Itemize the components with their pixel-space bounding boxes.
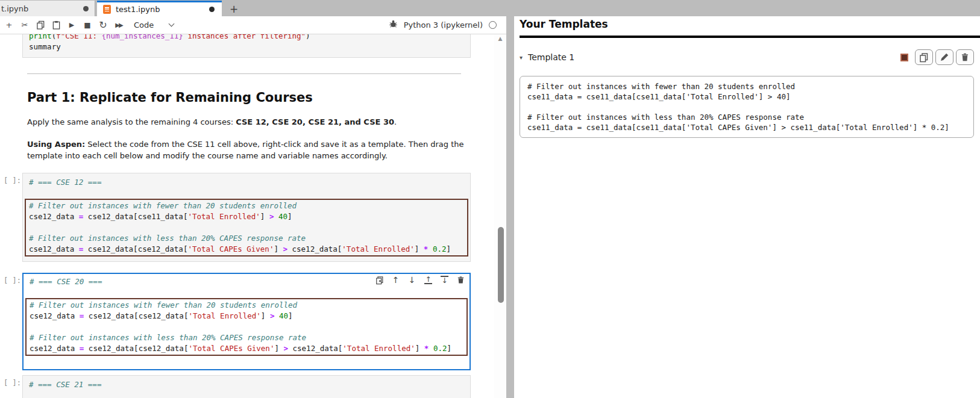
unsaved-dot-icon <box>83 6 89 11</box>
kernel-indicator: Python 3 (ipykernel) <box>389 19 497 31</box>
templates-panel: Your Templates ▾ Template 1 # Filter out… <box>514 16 980 398</box>
unsaved-dot-icon <box>209 7 215 12</box>
input-prompt: [ ]: <box>4 379 21 387</box>
move-cell-down-button[interactable]: ↓ <box>407 275 417 285</box>
kernel-name[interactable]: Python 3 (ipykernel) <box>404 20 483 30</box>
markdown-heading: Part 1: Replicate for Remaining Courses <box>27 90 469 105</box>
copy-template-button[interactable] <box>915 49 933 65</box>
jupyterlab-window: t.ipynb test1.ipynb + + ✂ ▶ ■ ↻ ▶▶ Code <box>0 0 980 398</box>
cell-editor[interactable]: print(f"CSE 11: {num_instances_11} insta… <box>22 34 471 58</box>
cell-editor[interactable]: ↑ ↓ ↑ ↓ # === CSE 20 === # Filter out in… <box>22 273 471 370</box>
new-tab-button[interactable]: + <box>227 2 241 16</box>
cell-type-value: Code <box>134 20 154 30</box>
restart-kernel-button[interactable]: ↻ <box>95 17 111 33</box>
markdown-cell[interactable]: Part 1: Replicate for Remaining Courses … <box>27 73 469 161</box>
cell-toolbar: ↑ ↓ ↑ ↓ <box>368 275 466 285</box>
code-line: cse12_data = cse12_data[cse12_data['Tota… <box>30 343 465 354</box>
collapse-caret-icon[interactable]: ▾ <box>520 54 523 61</box>
cut-cells-button[interactable]: ✂ <box>17 17 33 33</box>
interrupt-kernel-button[interactable]: ■ <box>80 17 95 33</box>
tab-bar: t.ipynb test1.ipynb + <box>0 0 980 16</box>
cell-editor[interactable]: # === CSE 21 === <box>22 375 471 398</box>
debugger-bug-icon[interactable] <box>389 19 398 31</box>
template-code-preview[interactable]: # Filter out instances with fewer than 2… <box>520 76 974 138</box>
code-cell-cse12[interactable]: [ ]: # === CSE 12 === # Filter out insta… <box>22 173 471 262</box>
markdown-paragraph: Using Aspen: Select the code from the CS… <box>27 138 469 161</box>
add-cell-button[interactable]: + <box>1 17 17 33</box>
code-line <box>29 222 466 233</box>
code-line: # Filter out instances with fewer than 2… <box>29 201 466 211</box>
code-cell-cse11-partial[interactable]: print(f"CSE 11: {num_instances_11} insta… <box>22 34 471 58</box>
tab-t-ipynb[interactable]: t.ipynb <box>0 1 95 16</box>
edit-template-button[interactable] <box>935 49 953 65</box>
code-cell-cse21[interactable]: [ ]: # === CSE 21 === <box>22 375 471 398</box>
delete-cell-button[interactable] <box>456 275 466 285</box>
notebook-scroll-area: print(f"CSE 11: {num_instances_11} insta… <box>0 34 494 398</box>
tab-label: test1.ipynb <box>116 5 209 14</box>
code-cell-cse20-active[interactable]: [ ]: ↑ ↓ ↑ ↓ # === CSE 20 === <box>22 273 471 370</box>
scroll-up-arrow-icon[interactable]: ▲ <box>494 34 506 43</box>
chevron-down-icon <box>169 21 175 27</box>
input-prompt: [ ]: <box>4 276 21 285</box>
run-cell-button[interactable]: ▶ <box>64 17 80 33</box>
dropped-template-region[interactable]: # Filter out instances with fewer than 2… <box>25 298 468 356</box>
dropped-template-region[interactable]: # Filter out instances with fewer than 2… <box>25 199 468 257</box>
code-line: # === CSE 12 === <box>29 177 468 188</box>
template-row: ▾ Template 1 <box>520 49 974 66</box>
code-line: summary <box>29 42 468 52</box>
markdown-hr <box>27 73 461 74</box>
tab-label: t.ipynb <box>1 4 28 13</box>
cell-type-dropdown[interactable]: Code <box>134 20 174 30</box>
move-cell-up-button[interactable]: ↑ <box>391 275 401 285</box>
copy-cells-button[interactable] <box>33 17 48 33</box>
code-line: # === CSE 21 === <box>29 379 468 390</box>
code-line: cse12_data = cse12_data[cse12_data['Tota… <box>29 244 466 255</box>
notebook-file-icon <box>103 5 111 14</box>
code-line <box>30 322 465 332</box>
code-line: # Filter out instances with fewer than 2… <box>30 300 465 311</box>
code-line: cse12_data = cse12_data[cse11_data['Tota… <box>29 211 466 222</box>
insert-cell-above-button[interactable]: ↑ <box>423 275 433 285</box>
panel-title-rule <box>520 36 980 38</box>
code-line: # Filter out instances with less than 20… <box>30 332 465 343</box>
kernel-status-icon <box>489 21 497 29</box>
run-all-cells-button[interactable]: ▶▶ <box>111 17 127 33</box>
paste-cells-button[interactable] <box>48 17 64 33</box>
tab-test1-ipynb[interactable]: test1.ipynb <box>97 1 222 16</box>
duplicate-cell-button[interactable] <box>374 275 385 285</box>
markdown-paragraph: Apply the same analysis to the remaining… <box>27 116 469 128</box>
notebook-toolbar: + ✂ ▶ ■ ↻ ▶▶ Code Python 3 (ipykernel) <box>0 16 506 34</box>
code-line: print(f"CSE 11: {num_instances_11} insta… <box>29 34 468 42</box>
scrollbar-thumb[interactable] <box>498 227 504 303</box>
cell-editor[interactable]: # === CSE 12 === # Filter out instances … <box>22 173 471 262</box>
template-name: Template 1 <box>528 52 574 62</box>
panel-divider <box>506 16 514 398</box>
insert-cell-below-button[interactable]: ↓ <box>439 275 450 285</box>
input-prompt: [ ]: <box>4 176 21 185</box>
notebook-scrollbar[interactable]: ▲ <box>494 34 506 398</box>
code-line: # Filter out instances with less than 20… <box>29 233 466 244</box>
delete-template-button[interactable] <box>956 49 974 65</box>
panel-title: Your Templates <box>520 18 974 30</box>
code-line: cse12_data = cse12_data[cse12_data['Tota… <box>30 311 465 322</box>
template-color-swatch <box>900 54 908 61</box>
